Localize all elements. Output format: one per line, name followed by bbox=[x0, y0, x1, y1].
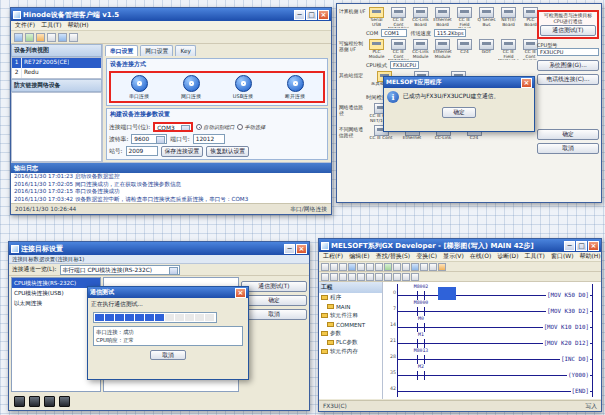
find-icon[interactable] bbox=[393, 263, 401, 271]
cancel-button[interactable]: 取消 bbox=[537, 143, 599, 154]
system-image-button[interactable]: 系统图像(G)... bbox=[537, 60, 599, 71]
end-icon[interactable] bbox=[411, 273, 419, 281]
communication-test-button[interactable]: 通信测试(T) bbox=[540, 25, 596, 36]
help-icon[interactable] bbox=[69, 33, 78, 42]
table-row[interactable]: 2 Redu bbox=[12, 68, 101, 78]
new-icon[interactable] bbox=[321, 263, 329, 271]
save-icon[interactable] bbox=[339, 263, 347, 271]
tree-item[interactable]: PLC参数 bbox=[319, 338, 382, 347]
communication-test-button[interactable]: 通信测试(T) bbox=[241, 281, 307, 292]
menu-project[interactable]: 工程(F) bbox=[323, 252, 343, 261]
save-settings-button[interactable]: 保存连接设置 bbox=[161, 146, 204, 157]
manual-port-radio[interactable]: 手动选择 bbox=[237, 124, 265, 131]
plc-if-tile[interactable]: GOT bbox=[476, 39, 497, 60]
read-plc-icon[interactable] bbox=[429, 263, 437, 271]
cancel-button[interactable]: 取消 bbox=[241, 309, 307, 320]
dialog-titlebar[interactable]: 通信测试 × bbox=[88, 287, 248, 298]
minimize-icon[interactable]: ─ bbox=[284, 244, 295, 254]
zoom-icon[interactable] bbox=[402, 263, 410, 271]
menu-convert[interactable]: 变换(C) bbox=[416, 252, 437, 261]
plc-if-tile[interactable]: CC-Link Module bbox=[410, 39, 431, 60]
tab-serial[interactable]: 串口设置 bbox=[105, 45, 138, 56]
plc-if-tile[interactable]: CC IE Field Master/Local Module bbox=[498, 39, 519, 60]
menu-edit[interactable]: 编辑(E) bbox=[349, 252, 369, 261]
titlebar[interactable]: 连接目标设置 ─ × bbox=[9, 242, 309, 255]
reset-settings-button[interactable]: 恢复默认设置 bbox=[206, 146, 249, 157]
close-icon[interactable]: × bbox=[296, 244, 307, 254]
tree-item[interactable]: MAIN bbox=[319, 302, 382, 311]
cancel-button[interactable]: 取消 bbox=[150, 350, 186, 361]
device-icon[interactable] bbox=[14, 396, 25, 407]
pc-if-tile[interactable]: Ethernet Board bbox=[432, 7, 453, 28]
plc-if-tile[interactable]: Ethernet Module bbox=[432, 39, 453, 60]
tree-item[interactable]: 参数 bbox=[319, 329, 382, 338]
pc-if-tile[interactable]: CC IE Cont NET/10(H) Board bbox=[388, 7, 409, 28]
minimize-icon[interactable]: ─ bbox=[564, 241, 575, 251]
network-connect-button[interactable]: 网口连接 bbox=[167, 75, 215, 99]
usb-connect-button[interactable]: USB连接 bbox=[219, 75, 267, 99]
tab-key[interactable]: Key bbox=[175, 45, 196, 56]
phone-line-button[interactable]: 电话线连接(C)... bbox=[537, 74, 599, 85]
close-icon[interactable]: × bbox=[588, 241, 599, 251]
tree-item[interactable]: 程序 bbox=[319, 293, 382, 302]
paste-icon[interactable] bbox=[375, 263, 383, 271]
application-instruction-icon[interactable] bbox=[348, 273, 356, 281]
monitor-icon[interactable] bbox=[58, 33, 67, 42]
com-value[interactable]: COM1 bbox=[381, 29, 407, 37]
menu-tools[interactable]: 工具(T) bbox=[41, 21, 61, 30]
device-icon[interactable] bbox=[59, 396, 70, 407]
device-icon[interactable] bbox=[44, 396, 55, 407]
baud-select[interactable]: 9600 bbox=[131, 134, 167, 144]
ladder-rung[interactable]: 35 M2 (Y000) bbox=[398, 364, 592, 380]
ladder-rung[interactable]: 14 M0 [MOV K10 D10] bbox=[398, 316, 592, 332]
menu-file[interactable]: 文件(F) bbox=[15, 21, 35, 30]
ok-button[interactable]: 确定 bbox=[442, 107, 476, 118]
station-field[interactable]: 2009 bbox=[126, 146, 158, 156]
tab-network[interactable]: 网口设置 bbox=[140, 45, 173, 56]
maximize-icon[interactable]: □ bbox=[306, 10, 317, 20]
maximize-icon[interactable]: □ bbox=[576, 241, 587, 251]
menu-view[interactable]: 显示(V) bbox=[443, 252, 464, 261]
print-icon[interactable] bbox=[348, 263, 356, 271]
ladder-rung[interactable]: 28 M8013 [INC D0] bbox=[398, 348, 592, 364]
device-icon[interactable] bbox=[29, 396, 40, 407]
plc-if-tile[interactable]: CC IE Cont NET/10(H) Module bbox=[388, 39, 409, 60]
undo-icon[interactable] bbox=[384, 263, 392, 271]
close-icon[interactable]: × bbox=[521, 78, 532, 88]
portnum-field[interactable]: 12012 bbox=[193, 134, 225, 144]
tree-item[interactable]: 软元件内存 bbox=[319, 347, 382, 356]
close-icon[interactable]: × bbox=[235, 288, 246, 298]
save-icon[interactable] bbox=[47, 33, 56, 42]
pc-if-serial-usb[interactable]: Serial USB bbox=[366, 7, 387, 28]
close-icon[interactable]: × bbox=[318, 10, 329, 20]
ok-button[interactable]: 确定 bbox=[537, 129, 599, 140]
monitor-icon[interactable] bbox=[411, 263, 419, 271]
ladder-canvas[interactable]: 0 M8002 [MOV K50 D0] 7 M8000 [MOV K30 D2… bbox=[383, 282, 601, 399]
copy-icon[interactable] bbox=[366, 263, 374, 271]
network-device-list[interactable] bbox=[11, 92, 102, 162]
branch-icon[interactable] bbox=[402, 273, 410, 281]
cut-icon[interactable] bbox=[357, 263, 365, 271]
contact-open-icon[interactable] bbox=[321, 273, 329, 281]
menu-diagnostics[interactable]: 诊断(D) bbox=[497, 252, 518, 261]
coil-icon[interactable] bbox=[339, 273, 347, 281]
delete-line-icon[interactable] bbox=[375, 273, 383, 281]
channel-combo[interactable]: 串行端口 CPU模块连接(RS-232C) bbox=[60, 265, 180, 275]
ok-button[interactable]: 确定 bbox=[241, 295, 307, 306]
rising-pulse-icon[interactable] bbox=[384, 273, 392, 281]
plc-if-plc-module[interactable]: PLC Module bbox=[366, 39, 387, 60]
connect-icon[interactable] bbox=[14, 33, 23, 42]
ladder-rung-end[interactable]: 42 [END] bbox=[398, 380, 592, 396]
tree-item[interactable]: COMMENT bbox=[319, 320, 382, 329]
vertical-line-icon[interactable] bbox=[357, 273, 365, 281]
settings-icon[interactable] bbox=[36, 33, 45, 42]
refresh-icon[interactable] bbox=[25, 33, 34, 42]
auto-port-radio[interactable]: 自动识别端口 bbox=[196, 124, 234, 131]
menu-help[interactable]: 帮助(H) bbox=[580, 252, 601, 261]
pc-if-tile[interactable]: CC IE Field Board bbox=[454, 7, 475, 28]
ladder-rung[interactable]: 0 M8002 [MOV K50 D0] bbox=[398, 284, 592, 300]
titlebar[interactable]: Hinode设备管理客户端 v1.5 ─ □ × bbox=[11, 8, 331, 21]
contact-close-icon[interactable] bbox=[330, 273, 338, 281]
minimize-icon[interactable]: ─ bbox=[294, 10, 305, 20]
disconnect-button[interactable]: 断开连接 bbox=[271, 75, 319, 99]
